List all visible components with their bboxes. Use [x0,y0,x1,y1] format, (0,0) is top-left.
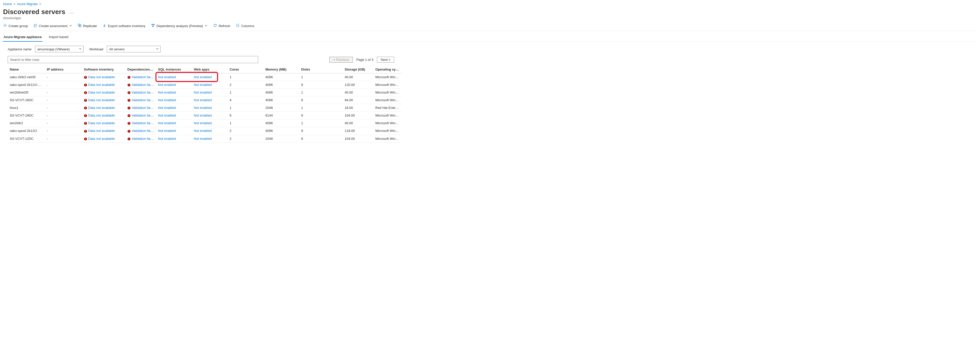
search-input[interactable] [8,56,258,63]
cell-web-apps[interactable]: Not enabled [192,112,228,119]
dependencies-link[interactable]: Validation failed [132,106,155,110]
cell-dependencies[interactable]: Validation failed [125,104,156,112]
sql-instances-link[interactable]: Not enabled [158,83,176,87]
table-row[interactable]: SS-VCVT-12DC-Data not availableValidatio… [8,135,401,142]
web-apps-link[interactable]: Not enabled [194,121,212,125]
cell-sql-instances[interactable]: Not enabled [156,89,192,96]
dependencies-link[interactable]: Validation failed [132,90,155,94]
cell-web-apps[interactable]: Not enabled [192,127,228,135]
table-row[interactable]: saku-spool-2k12r2-o….Data not availableV… [8,81,401,89]
cell-software-inventory[interactable]: Data not available [82,112,125,119]
sql-instances-link[interactable]: Not enabled [158,121,176,125]
cell-sql-instances[interactable]: Not enabled [156,96,192,104]
cell-software-inventory[interactable]: Data not available [82,96,125,104]
web-apps-link[interactable]: Not enabled [194,129,212,133]
cell-software-inventory[interactable]: Data not available [82,127,125,135]
dependencies-link[interactable]: Validation failed [132,75,155,79]
cell-dependencies[interactable]: Validation failed [125,81,156,89]
web-apps-link[interactable]: Not enabled [194,75,212,79]
cell-sql-instances[interactable]: Not enabled [156,119,192,127]
col-memory[interactable]: Memory (MB) [263,66,299,73]
col-sql-instances[interactable]: SQL instances [156,66,192,73]
cell-dependencies[interactable]: Validation failed [125,89,156,96]
cell-web-apps[interactable]: Not enabled [192,104,228,112]
web-apps-link[interactable]: Not enabled [194,98,212,102]
sql-instances-link[interactable]: Not enabled [158,90,176,94]
cell-software-inventory[interactable]: Data not available [82,73,125,81]
breadcrumb-azure-migrate[interactable]: Azure Migrate [17,2,38,6]
cell-dependencies[interactable]: Validation failed [125,127,156,135]
table-row[interactable]: linux1-Data not availableValidation fail… [8,104,401,112]
dependencies-link[interactable]: Validation failed [132,83,155,87]
software-inventory-link[interactable]: Data not available [88,75,115,79]
table-row[interactable]: saku-2k8r2-net35-Data not availableValid… [8,73,401,81]
sql-instances-link[interactable]: Not enabled [158,106,176,110]
cell-dependencies[interactable]: Validation failed [125,112,156,119]
more-actions-button[interactable]: … [68,9,75,14]
tab-azure-migrate-appliance[interactable]: Azure Migrate appliance [3,33,43,41]
col-cores[interactable]: Cores [228,66,263,73]
web-apps-link[interactable]: Not enabled [194,113,212,117]
web-apps-link[interactable]: Not enabled [194,106,212,110]
software-inventory-link[interactable]: Data not available [88,113,115,117]
dependencies-link[interactable]: Validation failed [132,137,155,141]
software-inventory-link[interactable]: Data not available [88,106,115,110]
breadcrumb-home[interactable]: Home [3,2,12,6]
col-web-apps[interactable]: Web apps [192,66,228,73]
dependencies-link[interactable]: Validation failed [132,113,155,117]
col-ip-address[interactable]: IP address [45,66,82,73]
create-assessment-button[interactable]: Create assessment [33,24,72,28]
col-name[interactable]: Name [8,66,45,73]
software-inventory-link[interactable]: Data not available [88,83,115,87]
software-inventory-link[interactable]: Data not available [88,129,115,133]
web-apps-link[interactable]: Not enabled [194,90,212,94]
col-disks[interactable]: Disks [299,66,343,73]
web-apps-link[interactable]: Not enabled [194,137,212,141]
cell-web-apps[interactable]: Not enabled [192,96,228,104]
cell-dependencies[interactable]: Validation failed [125,96,156,104]
col-dependencies[interactable]: Dependencies (Age… [125,66,156,73]
col-software-inventory[interactable]: Software inventory [82,66,125,73]
table-row[interactable]: saku-spool-2k12r2-Data not availableVali… [8,127,401,135]
web-apps-link[interactable]: Not enabled [194,83,212,87]
create-group-button[interactable]: Create group [3,24,28,28]
cell-web-apps[interactable]: Not enabled [192,73,228,81]
cell-sql-instances[interactable]: Not enabled [156,112,192,119]
cell-software-inventory[interactable]: Data not available [82,81,125,89]
cell-sql-instances[interactable]: Not enabled [156,127,192,135]
cell-web-apps[interactable]: Not enabled [192,89,228,96]
tab-import-based[interactable]: Import based [49,33,69,41]
cell-dependencies[interactable]: Validation failed [125,135,156,142]
software-inventory-link[interactable]: Data not available [88,98,115,102]
table-row[interactable]: SS-VCVT-16DC-Data not availableValidatio… [8,96,401,104]
sql-instances-link[interactable]: Not enabled [158,98,176,102]
cell-software-inventory[interactable]: Data not available [82,119,125,127]
cell-dependencies[interactable]: Validation failed [125,73,156,81]
software-inventory-link[interactable]: Data not available [88,121,115,125]
dependencies-link[interactable]: Validation failed [132,98,155,102]
sql-instances-link[interactable]: Not enabled [158,129,176,133]
table-row[interactable]: win2k8r2-Data not availableValidation fa… [8,119,401,127]
cell-sql-instances[interactable]: Not enabled [156,135,192,142]
sql-instances-link[interactable]: Not enabled [158,75,176,79]
col-os[interactable]: Operating system [373,66,401,73]
appliance-name-dropdown[interactable]: airsonicapp (VMware) [35,46,84,52]
refresh-button[interactable]: Refresh [213,24,231,28]
software-inventory-link[interactable]: Data not available [88,90,115,94]
software-inventory-link[interactable]: Data not available [88,137,115,141]
columns-button[interactable]: Columns [236,24,254,28]
cell-software-inventory[interactable]: Data not available [82,89,125,96]
sql-instances-link[interactable]: Not enabled [158,137,176,141]
cell-sql-instances[interactable]: Not enabled [156,73,192,81]
cell-web-apps[interactable]: Not enabled [192,81,228,89]
cell-sql-instances[interactable]: Not enabled [156,81,192,89]
previous-page-button[interactable]: < Previous [329,57,353,63]
col-storage[interactable]: Storage (GB) [343,66,373,73]
export-software-inventory-button[interactable]: Export software inventory [102,24,145,28]
next-page-button[interactable]: Next > [377,57,394,63]
dependencies-link[interactable]: Validation failed [132,121,155,125]
cell-web-apps[interactable]: Not enabled [192,135,228,142]
table-row[interactable]: win2k8net35-Data not availableValidation… [8,89,401,96]
table-row[interactable]: SS-VCVT-19DC-Data not availableValidatio… [8,112,401,119]
workload-dropdown[interactable]: All servers [107,46,161,52]
